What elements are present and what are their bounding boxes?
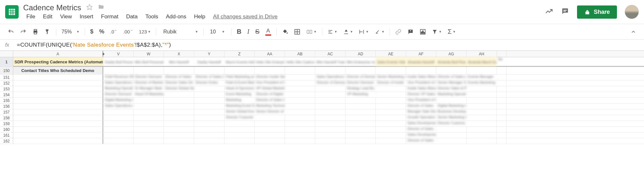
table-row[interactable]: Sales Operations IDirector of MarketDire… — [13, 80, 644, 86]
svg-rect-12 — [34, 32, 37, 34]
table-row[interactable]: Director CorporatGrowth OperationSenior … — [13, 115, 644, 121]
col-AG[interactable]: AG — [436, 51, 467, 57]
activity-icon[interactable] — [545, 7, 553, 17]
sheets-logo[interactable] — [5, 5, 19, 19]
col-AE[interactable]: AE — [376, 51, 406, 57]
formula-input[interactable]: =COUNTIF(UNIQUE('Nate Salesforce Events'… — [17, 42, 171, 48]
table-row[interactable]: Marketing OperatiSr Manager MarkDirector… — [13, 86, 644, 92]
menu-format[interactable]: Format — [98, 13, 122, 21]
collapse-toolbar-icon[interactable] — [628, 27, 639, 36]
undo-icon[interactable] — [5, 27, 17, 37]
toolbar: 75%▼ $ % .0← .00→ 123▼ Rubik▼ 10▼ B I S … — [0, 24, 644, 39]
frozen-row-1[interactable]: SDR Prospecting Cadence Metrics (Automat… — [13, 57, 644, 67]
rotate-icon[interactable]: ▼ — [372, 27, 387, 36]
decrease-decimal-icon[interactable]: .0← — [108, 27, 120, 36]
col-AH[interactable]: AH — [467, 51, 497, 57]
menu-tools[interactable]: Tools — [142, 13, 162, 21]
fx-icon[interactable]: fx — [5, 42, 9, 48]
menu-bar: File Edit View Insert Format Data Tools … — [23, 13, 545, 21]
table-row[interactable]: Director DemandHead Of MarketingEvent Ma… — [13, 92, 644, 98]
col-Z[interactable]: Z — [224, 51, 255, 57]
col-AF[interactable]: AF — [406, 51, 436, 57]
filter-icon[interactable]: ▼ — [429, 27, 444, 36]
menu-insert[interactable]: Insert — [76, 13, 97, 21]
avatar[interactable] — [625, 5, 639, 19]
col-AA[interactable]: AA — [255, 51, 285, 57]
row-150[interactable]: Contact Titles Who Scheduled Demo — [13, 67, 644, 75]
font-size-select[interactable]: 10▼ — [206, 29, 229, 35]
svg-marker-22 — [345, 30, 347, 32]
menu-file[interactable]: File — [23, 13, 38, 21]
svg-rect-28 — [421, 32, 422, 33]
zoom-select[interactable]: 75%▼ — [59, 29, 82, 35]
table-row[interactable]: Chief Revenue OffDirector DemandDirector… — [13, 75, 644, 80]
font-select[interactable]: Rubik▼ — [159, 29, 201, 35]
paint-format-icon[interactable] — [42, 27, 53, 37]
col-AB[interactable]: AB — [285, 51, 315, 57]
table-row[interactable]: Sales DevelopmenDirector Customs — [13, 121, 644, 127]
text-color-icon[interactable]: A — [263, 26, 274, 37]
svg-marker-5 — [87, 5, 92, 10]
folder-icon[interactable] — [98, 4, 104, 12]
link-icon[interactable] — [393, 27, 404, 37]
table-row[interactable]: Senior Global EvenSenior Director ofMana… — [13, 109, 644, 115]
svg-rect-11 — [34, 29, 37, 31]
table-row[interactable]: Sales Operations IMarketing Event SMarke… — [13, 104, 644, 109]
comments-icon[interactable] — [561, 7, 569, 17]
redo-icon[interactable] — [17, 27, 29, 37]
strike-icon[interactable]: S — [252, 26, 262, 37]
col-AD[interactable]: AD — [346, 51, 376, 57]
table-row[interactable]: Digital Marketing IMarketingDirector of … — [13, 98, 644, 104]
row-num-150[interactable]: 150 — [0, 67, 13, 75]
menu-edit[interactable]: Edit — [40, 13, 55, 21]
menu-view[interactable]: View — [57, 13, 75, 21]
col-Y[interactable]: Y — [194, 51, 224, 57]
valign-icon[interactable]: ▼ — [341, 27, 356, 36]
menu-data[interactable]: Data — [123, 13, 141, 21]
svg-rect-30 — [424, 32, 425, 33]
star-icon[interactable] — [86, 4, 93, 12]
italic-icon[interactable]: I — [245, 26, 252, 37]
borders-icon[interactable] — [291, 27, 303, 37]
print-icon[interactable] — [30, 27, 41, 37]
merge-icon[interactable]: ▼ — [304, 27, 319, 37]
spreadsheet-grid[interactable]: 1 150 151 152 153 154 155 156 157 158 15… — [0, 51, 644, 144]
col-AC[interactable]: AC — [315, 51, 346, 57]
svg-rect-0 — [9, 9, 15, 15]
chart-icon[interactable] — [417, 27, 429, 37]
table-row[interactable]: Director of Sales — [13, 138, 644, 144]
comment-icon[interactable] — [405, 27, 416, 37]
table-row[interactable]: Sales Developmen — [13, 132, 644, 138]
svg-rect-17 — [310, 30, 312, 33]
cell-A150[interactable]: Contact Titles Who Scheduled Demo — [13, 67, 103, 74]
functions-icon[interactable]: Σ▼ — [445, 26, 458, 37]
format-123[interactable]: 123▼ — [136, 27, 153, 36]
increase-decimal-icon[interactable]: .00→ — [120, 27, 136, 36]
row-numbers: 1 150 151 152 153 154 155 156 157 158 15… — [0, 51, 13, 144]
menu-help[interactable]: Help — [191, 13, 209, 21]
col-A[interactable]: A — [13, 51, 103, 57]
menu-addons[interactable]: Add-ons — [163, 13, 189, 21]
svg-rect-6 — [564, 10, 567, 11]
wrap-icon[interactable]: ▼ — [356, 27, 371, 36]
halign-icon[interactable]: ▼ — [325, 27, 340, 36]
fill-color-icon[interactable] — [279, 27, 291, 37]
col-X[interactable]: X — [164, 51, 194, 57]
cell-A1[interactable]: SDR Prospecting Cadence Metrics (Automat… — [13, 57, 103, 66]
bold-icon[interactable]: B — [234, 26, 244, 37]
currency-icon[interactable]: $ — [88, 27, 96, 37]
row-num-1[interactable]: 1 — [0, 57, 13, 67]
table-row[interactable]: Director of Sales — [13, 127, 644, 132]
share-label: Share — [594, 9, 610, 15]
svg-rect-29 — [422, 31, 423, 33]
svg-rect-16 — [307, 30, 309, 33]
col-V[interactable]: V — [103, 51, 134, 57]
document-title[interactable]: Cadence Metrics — [23, 3, 81, 12]
column-headers: A V W X Y Z AA AB AC AD AE AF AG AH — [13, 51, 644, 57]
percent-icon[interactable]: % — [97, 27, 107, 37]
col-W[interactable]: W — [134, 51, 164, 57]
save-status[interactable]: All changes saved in Drive — [213, 14, 278, 20]
share-button[interactable]: Share — [577, 5, 617, 19]
svg-rect-7 — [564, 11, 566, 12]
